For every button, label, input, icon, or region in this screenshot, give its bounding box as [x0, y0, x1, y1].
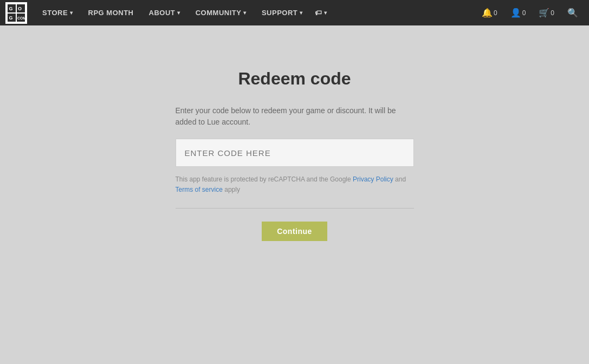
nav-right: 🔔 0 👤 0 🛒 0 🔍 [476, 0, 584, 25]
nav-extra-icon[interactable]: 🏷 ▾ [310, 0, 332, 25]
cart-count: 0 [551, 9, 554, 17]
search-button[interactable]: 🔍 [562, 0, 584, 25]
main-content: Redeem code Enter your code below to red… [0, 25, 589, 241]
gog-logo[interactable]: G O G COM [5, 2, 27, 24]
svg-text:COM: COM [17, 16, 26, 20]
section-divider [176, 208, 414, 209]
privacy-policy-link[interactable]: Privacy Policy [353, 176, 393, 183]
nav-rpg-month[interactable]: RPG MONTH [81, 0, 141, 25]
nav-community-chevron: ▾ [243, 10, 247, 16]
cart-button[interactable]: 🛒 0 [533, 0, 560, 25]
description-line1: Enter your code below to redeem your gam… [176, 106, 396, 115]
navbar: G O G COM STORE ▾ RPG MONTH ABOUT ▾ COMM… [0, 0, 589, 25]
nav-about[interactable]: ABOUT ▾ [141, 0, 188, 25]
notification-count: 0 [494, 9, 497, 17]
nav-support[interactable]: SUPPORT ▾ [254, 0, 310, 25]
user-count: 0 [522, 9, 526, 17]
recaptcha-notice: This app feature is protected by reCAPTC… [176, 174, 414, 195]
description-text: Enter your code below to redeem your gam… [176, 105, 414, 128]
recaptcha-and: and [395, 176, 406, 183]
nav-about-chevron: ▾ [177, 10, 180, 16]
terms-link[interactable]: Terms of service [176, 186, 223, 193]
nav-store-chevron: ▾ [70, 10, 73, 16]
redeem-container: Enter your code below to redeem your gam… [176, 105, 414, 241]
svg-text:O: O [18, 6, 22, 11]
recaptcha-apply: apply [224, 186, 240, 193]
notifications-button[interactable]: 🔔 0 [476, 0, 503, 25]
tag-icon: 🏷 [315, 9, 322, 17]
nav-support-chevron: ▾ [300, 10, 303, 16]
nav-rpg-label: RPG MONTH [88, 9, 134, 17]
nav-store-label: STORE [42, 9, 68, 17]
cart-icon: 🛒 [539, 8, 549, 18]
svg-text:G: G [9, 6, 13, 11]
nav-community[interactable]: COMMUNITY ▾ [188, 0, 254, 25]
nav-store[interactable]: STORE ▾ [35, 0, 81, 25]
search-icon: 🔍 [567, 8, 578, 18]
page-title: Redeem code [238, 69, 351, 89]
user-icon: 👤 [510, 8, 521, 18]
description-line2: added to Lue account. [176, 118, 251, 126]
svg-text:G: G [9, 15, 13, 21]
nav-support-label: SUPPORT [262, 9, 297, 17]
user-button[interactable]: 👤 0 [505, 0, 532, 25]
logo-svg: G O G COM [7, 3, 26, 23]
nav-about-label: ABOUT [149, 9, 176, 17]
recaptcha-text-before: This app feature is protected by reCAPTC… [176, 176, 351, 183]
nav-community-label: COMMUNITY [196, 9, 242, 17]
code-input[interactable] [176, 139, 414, 167]
bell-icon: 🔔 [482, 8, 493, 18]
continue-button[interactable]: Continue [262, 222, 327, 241]
nav-links: STORE ▾ RPG MONTH ABOUT ▾ COMMUNITY ▾ SU… [35, 0, 476, 25]
extra-chevron: ▾ [324, 10, 327, 16]
